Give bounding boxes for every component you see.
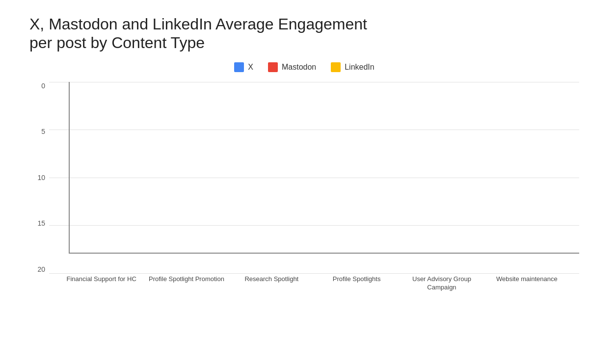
legend-label-linkedin: LinkedIn (345, 63, 375, 72)
y-tick-15: 15 (37, 219, 49, 227)
legend-swatch-linkedin (331, 62, 341, 72)
bars-area (49, 82, 579, 273)
x-label-1: Profile Spotlight Promotion (144, 273, 229, 284)
y-axis: 05101520 (29, 82, 49, 273)
y-axis-line (69, 82, 70, 254)
x-label-0: Financial Support for HC (59, 273, 144, 284)
legend-item-linkedin: LinkedIn (331, 62, 375, 72)
y-tick-10: 10 (37, 174, 49, 182)
x-label-4: User Advisory Group Campaign (399, 273, 484, 292)
legend-item-mastodon: Mastodon (268, 62, 316, 72)
x-axis-line (69, 253, 579, 254)
y-tick-20: 20 (37, 265, 49, 273)
chart-container: X, Mastodon and LinkedIn Average Engagem… (0, 0, 589, 364)
chart-legend: XMastodonLinkedIn (29, 62, 579, 72)
x-label-3: Profile Spotlights (314, 273, 399, 284)
chart-title: X, Mastodon and LinkedIn Average Engagem… (29, 15, 373, 52)
legend-swatch-x (234, 62, 244, 72)
legend-label-mastodon: Mastodon (282, 63, 316, 72)
legend-label-x: X (248, 63, 253, 72)
legend-item-x: X (234, 62, 253, 72)
plot-area (49, 82, 579, 273)
x-labels: Financial Support for HCProfile Spotligh… (49, 273, 579, 293)
y-tick-5: 5 (41, 128, 49, 135)
chart-area: 05101520 Financial Support for HCProfile… (29, 82, 579, 293)
x-label-2: Research Spotlight (229, 273, 314, 284)
y-tick-0: 0 (41, 82, 49, 90)
x-label-5: Website maintenance (484, 273, 569, 284)
legend-swatch-mastodon (268, 62, 278, 72)
